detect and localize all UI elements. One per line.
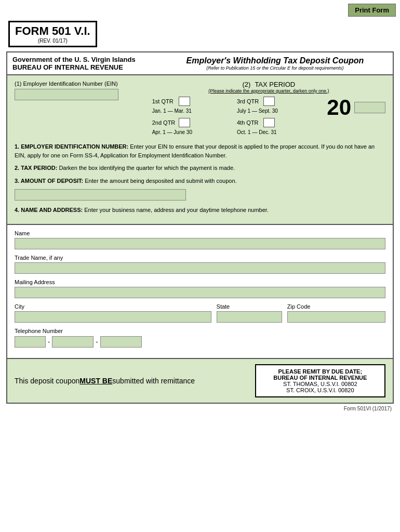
telephone-group: Telephone Number - - (15, 328, 385, 348)
ein-section: (1) Employer Identification Number (EIN) (15, 81, 131, 137)
phone-dash-2: - (96, 338, 98, 345)
amount-deposit-container (15, 189, 385, 201)
mailing-address-input[interactable] (15, 287, 385, 298)
phone-prefix-input[interactable] (52, 336, 94, 348)
name-address-section: Name Trade Name, if any Mailing Address … (7, 224, 393, 353)
form-title: FORM 501 V.I. (15, 24, 90, 38)
form-green-body: (1) Employer Identification Number (EIN)… (7, 75, 393, 224)
q4-checkbox[interactable] (263, 118, 275, 127)
q3-date: July 1 — Sept. 30 (237, 108, 322, 114)
tax-info-row: (1) Employer Identification Number (EIN)… (15, 81, 385, 137)
instruction-4-text: Enter your business name, address and yo… (84, 207, 269, 213)
form-title-box: FORM 501 V.I. (REV. 01/17) (8, 21, 97, 47)
instruction-1: 1. EMPLOYER IDENTIFICATION NUMBER: Enter… (15, 142, 385, 159)
footer-section: This deposit coupon MUST BE submitted wi… (7, 358, 393, 403)
footer-must-be: MUST BE (79, 377, 112, 385)
instruction-2: 2. TAX PERIOD: Darken the box identifyin… (15, 164, 385, 172)
q2-label: 2nd QTR (152, 119, 176, 126)
mailing-address-label: Mailing Address (15, 279, 385, 285)
ein-label: (1) Employer Identification Number (EIN) (15, 81, 131, 87)
form-revision: (REV. 01/17) (15, 38, 90, 44)
instruction-3-label: 3. AMOUNT OF DEPOSIT: (15, 178, 83, 184)
tax-period-section: (2) TAX PERIOD (Please indicate the appr… (142, 81, 385, 137)
tax-period-label: TAX PERIOD (255, 81, 295, 88)
agency-line2: BUREAU OF INTERNAL REVENUE (12, 63, 163, 71)
name-group: Name (15, 230, 385, 249)
remit-title-2: BUREAU OF INTERNAL REVENUE (260, 375, 380, 381)
trade-name-input[interactable] (15, 262, 385, 274)
instruction-4: 4. NAME AND ADDRESS: Enter your business… (15, 206, 385, 215)
coupon-title: Employer's Withholding Tax Deposit Coupo… (163, 56, 388, 65)
agency-line1: Government of the U. S. Virgin Islands (12, 56, 163, 63)
agency-info: Government of the U. S. Virgin Islands B… (12, 56, 163, 71)
ein-input[interactable] (15, 89, 118, 100)
print-form-button[interactable]: Print Form (348, 4, 396, 17)
zip-input[interactable] (287, 311, 385, 323)
phone-area-input[interactable] (15, 336, 46, 348)
instruction-3-text: Enter the amount being desposited and su… (85, 178, 236, 184)
year-suffix-input[interactable] (354, 102, 385, 113)
q4-date: Oct. 1 — Dec. 31 (237, 129, 322, 135)
instruction-2-text: Darken the box identifying the quarter f… (59, 165, 235, 171)
footer-left: This deposit coupon MUST BE submitted wi… (15, 364, 255, 397)
remit-address-2: ST. CROIX, U.S.V.I. 00820 (260, 387, 380, 393)
instructions-area: 1. EMPLOYER IDENTIFICATION NUMBER: Enter… (15, 142, 385, 215)
q4-label: 4th QTR (237, 119, 260, 126)
trade-name-group: Trade Name, if any (15, 255, 385, 274)
form-header: Government of the U. S. Virgin Islands B… (7, 52, 393, 75)
coupon-title-area: Employer's Withholding Tax Deposit Coupo… (163, 56, 388, 71)
instruction-2-label: 2. TAX PERIOD: (15, 165, 57, 171)
state-input[interactable] (217, 311, 282, 323)
page: Print Form FORM 501 V.I. (REV. 01/17) Go… (0, 0, 400, 532)
mailing-address-group: Mailing Address (15, 279, 385, 298)
instruction-3: 3. AMOUNT OF DEPOSIT: Enter the amount b… (15, 177, 385, 185)
city-group: City (15, 303, 211, 323)
name-input[interactable] (15, 238, 385, 249)
telephone-label: Telephone Number (15, 328, 385, 334)
footer-right: PLEASE REMIT BY DUE DATE; BUREAU OF INTE… (255, 364, 385, 397)
q4-row: 4th QTR (237, 118, 322, 127)
q2-row: 2nd QTR (152, 118, 237, 127)
q1-date: Jan. 1 — Mar. 31 (152, 108, 237, 114)
main-form: Government of the U. S. Virgin Islands B… (6, 51, 394, 404)
q1-row: 1st QTR (152, 97, 237, 106)
remit-title-1: PLEASE REMIT BY DUE DATE; (260, 368, 380, 375)
instruction-4-label: 4. NAME AND ADDRESS: (15, 207, 83, 213)
q3-checkbox[interactable] (263, 97, 275, 106)
coupon-subtitle: (Refer to Publication 15 or the Circular… (163, 65, 388, 71)
city-label: City (15, 303, 211, 310)
city-state-zip-row: City State Zip Code (15, 303, 385, 323)
remit-address-1: ST. THOMAS, U.S.V.I. 00802 (260, 381, 380, 387)
footer-text-part2: submitted with remittance (112, 377, 195, 385)
q1-checkbox[interactable] (179, 97, 190, 106)
state-group: State (217, 303, 282, 323)
phone-number-input[interactable] (100, 336, 142, 348)
section2-label: (2) (243, 81, 251, 88)
trade-name-label: Trade Name, if any (15, 255, 385, 261)
q1-label: 1st QTR (152, 98, 176, 104)
q2-checkbox[interactable] (179, 118, 190, 127)
q2-date: Apr. 1 — June 30 (152, 129, 237, 135)
footer-text-part1: This deposit coupon (15, 377, 79, 385)
amount-deposit-input[interactable] (15, 189, 186, 201)
state-label: State (217, 303, 282, 310)
name-label: Name (15, 230, 385, 236)
q3-label: 3rd QTR (237, 98, 260, 104)
zip-label: Zip Code (287, 303, 385, 310)
zip-group: Zip Code (287, 303, 385, 323)
q3-row: 3rd QTR (237, 97, 322, 106)
phone-dash-1: - (48, 338, 50, 345)
year-section: 20 (322, 97, 385, 118)
year-prefix: 20 (327, 97, 351, 118)
tax-period-sublabel: (Please indicate the appropriate quarter… (152, 88, 385, 94)
phone-section: - - (15, 336, 385, 348)
city-input[interactable] (15, 311, 211, 323)
form-footer-note: Form 501VI (1/2017) (4, 404, 396, 414)
instruction-1-label: 1. EMPLOYER IDENTIFICATION NUMBER: (15, 143, 128, 150)
